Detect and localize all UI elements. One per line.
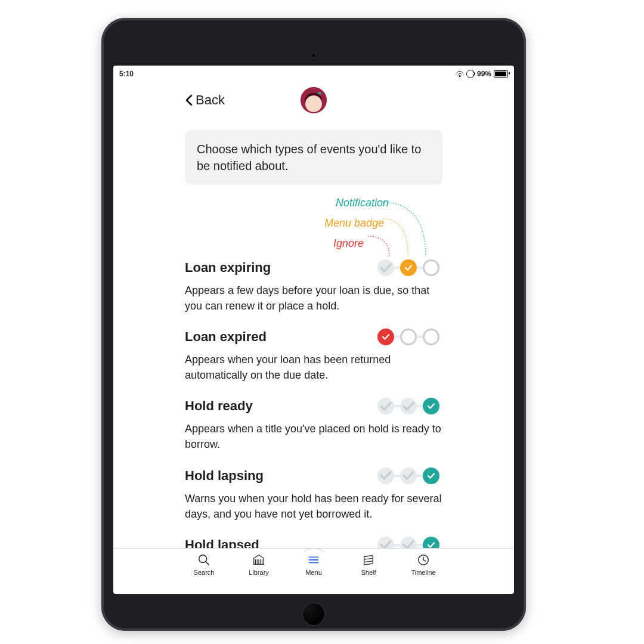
setting-desc: Warns you when your hold has been ready … — [185, 491, 442, 522]
status-bar: 5:10 99% — [113, 66, 514, 82]
tri-option-ignore[interactable] — [377, 398, 394, 414]
svg-line-12 — [364, 558, 373, 559]
legend-arcs-icon — [323, 197, 442, 262]
content-area: Choose which types of events you'd like … — [113, 118, 514, 548]
tri-option-notification[interactable] — [423, 467, 439, 484]
tri-option-badge[interactable] — [400, 329, 417, 345]
library-icon — [252, 553, 265, 566]
bottom-nav: Search Library Menu — [113, 548, 514, 594]
setting-row: Hold lapsedAppears when your hold is res… — [185, 536, 442, 548]
tri-option-ignore[interactable] — [377, 537, 394, 548]
chevron-left-icon — [185, 94, 193, 106]
setting-title: Loan expiring — [185, 260, 271, 275]
tri-toggle[interactable] — [374, 536, 442, 548]
shelf-icon — [362, 553, 375, 566]
setting-desc: Appears a few days before your loan is d… — [185, 283, 442, 314]
nav-label: Library — [249, 569, 269, 576]
nav-menu[interactable]: Menu — [298, 553, 329, 594]
setting-desc: Appears when your loan has been returned… — [185, 352, 442, 383]
tri-option-badge[interactable] — [400, 467, 417, 484]
setting-row: Hold lapsingWarns you when your hold has… — [185, 467, 442, 522]
timeline-icon — [417, 553, 430, 566]
svg-line-13 — [364, 561, 373, 562]
menu-icon — [307, 553, 320, 566]
setting-title: Loan expired — [185, 329, 267, 345]
nav-label: Menu — [305, 569, 322, 576]
search-icon — [197, 553, 210, 566]
tablet-mockup: 5:10 99% Back — [101, 18, 526, 631]
tri-option-badge[interactable] — [400, 537, 417, 548]
setting-row: Loan expiringAppears a few days before y… — [185, 259, 442, 314]
nav-label: Timeline — [411, 569, 435, 576]
app-avatar — [301, 87, 327, 113]
nav-timeline[interactable]: Timeline — [408, 553, 439, 594]
svg-line-3 — [206, 562, 209, 565]
nav-label: Shelf — [361, 569, 376, 576]
setting-row: Hold readyAppears when a title you've pl… — [185, 397, 442, 452]
nav-search[interactable]: Search — [188, 553, 219, 594]
setting-desc: Appears when a title you've placed on ho… — [185, 421, 442, 452]
home-button[interactable] — [302, 602, 326, 626]
wifi-icon — [456, 71, 464, 77]
tri-toggle[interactable] — [374, 397, 442, 415]
tri-option-ignore[interactable] — [377, 329, 394, 345]
nav-label: Search — [194, 569, 215, 576]
tri-option-notification[interactable] — [423, 259, 439, 276]
tri-option-notification[interactable] — [423, 537, 439, 548]
setting-title: Hold lapsed — [185, 537, 259, 548]
tri-option-badge[interactable] — [400, 398, 417, 414]
tri-option-badge[interactable] — [400, 259, 417, 276]
app-screen: 5:10 99% Back — [113, 66, 514, 594]
status-right: 99% — [456, 70, 508, 78]
tri-toggle[interactable] — [374, 259, 442, 277]
nav-library[interactable]: Library — [243, 553, 274, 594]
setting-title: Hold ready — [185, 398, 253, 414]
tri-toggle[interactable] — [374, 328, 442, 346]
setting-row: Loan expiredAppears when your loan has b… — [185, 328, 442, 383]
back-label: Back — [196, 92, 225, 108]
settings-list: Loan expiringAppears a few days before y… — [185, 259, 442, 548]
svg-point-1 — [305, 95, 322, 112]
battery-percent: 99% — [477, 70, 491, 78]
back-button[interactable]: Back — [185, 92, 225, 108]
rotation-lock-icon — [466, 70, 475, 78]
nav-shelf[interactable]: Shelf — [353, 553, 384, 594]
setting-title: Hold lapsing — [185, 468, 264, 484]
tri-toggle[interactable] — [374, 467, 442, 485]
header-bar: Back — [113, 82, 514, 118]
legend: Notification Menu badge Ignore — [185, 197, 442, 256]
intro-text: Choose which types of events you'd like … — [185, 130, 442, 185]
tri-option-notification[interactable] — [423, 329, 439, 345]
tri-option-ignore[interactable] — [377, 467, 394, 484]
status-time: 5:10 — [119, 70, 134, 78]
tri-option-ignore[interactable] — [377, 259, 394, 276]
tablet-camera — [311, 52, 317, 58]
battery-icon — [494, 70, 508, 78]
tri-option-notification[interactable] — [423, 398, 439, 414]
